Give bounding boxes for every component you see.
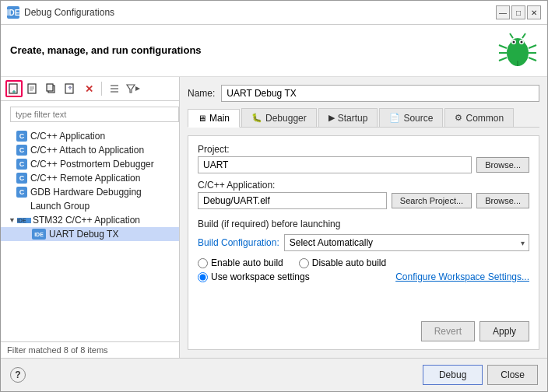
tree-label: C/C++ Remote Application <box>30 173 140 184</box>
tree-label: GDB Hardware Debugging <box>30 187 142 198</box>
minimize-button[interactable]: — <box>496 5 510 19</box>
filter-input[interactable] <box>10 107 179 122</box>
left-panel: ✕ C C/C++ Application <box>1 77 180 358</box>
right-panel: Name: 🖥 Main 🐛 Debugger ▶ Startup <box>180 77 547 358</box>
badge-c-application: C <box>16 131 27 142</box>
radio-disable-label[interactable]: Disable auto build <box>299 257 386 268</box>
search-project-button[interactable]: Search Project... <box>392 193 472 208</box>
tab-main-label: Main <box>209 113 230 124</box>
app-browse-button[interactable]: Browse... <box>476 193 529 208</box>
title-bar: IDE Debug Configurations — □ ✕ <box>1 1 547 25</box>
badge-c-gdb: C <box>16 187 27 198</box>
svg-line-12 <box>510 33 513 38</box>
project-input[interactable] <box>198 156 472 173</box>
toolbar-separator <box>101 82 102 96</box>
help-button[interactable]: ? <box>10 367 26 383</box>
svg-line-11 <box>529 58 536 61</box>
collapse-chevron: ▼ <box>9 216 16 224</box>
footer-bar: ? Debug Close <box>1 358 547 391</box>
build-config-link[interactable]: Build Configuration: <box>198 237 279 248</box>
radio-enable[interactable] <box>198 258 208 268</box>
window-close-button[interactable]: ✕ <box>527 5 541 19</box>
project-browse-button[interactable]: Browse... <box>476 157 529 173</box>
tab-common[interactable]: ⚙ Common <box>444 108 514 127</box>
bottom-buttons: Revert Apply <box>198 321 529 341</box>
form-section: Project: Browse... C/C++ Application: Se… <box>188 135 539 350</box>
duplicate-button[interactable] <box>43 80 60 97</box>
tab-source[interactable]: 📄 Source <box>379 108 443 127</box>
name-input[interactable] <box>221 85 539 102</box>
svg-line-8 <box>499 58 507 61</box>
tab-common-label: Common <box>465 113 504 124</box>
tree-item-stm32[interactable]: ▼ IDE STM32 C/C++ Application <box>1 213 179 227</box>
app-field: C/C++ Application: Search Project... Bro… <box>198 180 529 209</box>
badge-c-remote: C <box>16 173 27 184</box>
badge-c-attach: C <box>16 145 27 156</box>
maximize-button[interactable]: □ <box>511 5 525 19</box>
configure-workspace-link[interactable]: Configure Workspace Settings... <box>395 271 529 282</box>
radio-workspace-label[interactable]: Use workspace settings <box>198 271 310 282</box>
radio-disable[interactable] <box>299 258 309 268</box>
badge-ide-uart: IDE <box>32 229 46 240</box>
apply-button[interactable]: Apply <box>480 321 529 341</box>
app-row: Search Project... Browse... <box>198 192 529 209</box>
tree-item-launch-group[interactable]: Launch Group <box>1 199 179 213</box>
tab-debugger[interactable]: 🐛 Debugger <box>241 108 317 127</box>
export-button[interactable] <box>61 80 79 97</box>
new-config-type-button[interactable] <box>24 80 41 97</box>
svg-rect-24 <box>65 84 73 93</box>
workspace-row: Use workspace settings Configure Workspa… <box>198 271 529 282</box>
svg-marker-29 <box>127 85 135 93</box>
tree-label: STM32 C/C++ Application <box>33 215 140 226</box>
radio-enable-label[interactable]: Enable auto build <box>198 257 283 268</box>
revert-button[interactable]: Revert <box>421 321 475 341</box>
build-config-select[interactable]: Select Automatically Debug Release <box>284 234 529 251</box>
radio-workspace[interactable] <box>198 272 208 282</box>
footer-actions: Debug Close <box>423 365 538 385</box>
svg-line-9 <box>529 45 536 48</box>
tree-label: C/C++ Attach to Application <box>30 145 144 156</box>
tree-item-uart-debug[interactable]: IDE UART Debug TX <box>1 227 179 241</box>
filter-button[interactable] <box>125 80 142 97</box>
tabs-row: 🖥 Main 🐛 Debugger ▶ Startup 📄 Source ⚙ <box>188 108 539 128</box>
badge-ide-stm32: IDE <box>17 218 31 223</box>
close-button[interactable]: Close <box>487 365 538 385</box>
filter-status: Filter matched 8 of 8 items <box>1 341 179 358</box>
svg-rect-23 <box>47 84 53 91</box>
tab-startup[interactable]: ▶ Startup <box>318 108 378 127</box>
svg-point-5 <box>521 41 523 44</box>
svg-line-6 <box>499 45 507 48</box>
debug-button[interactable]: Debug <box>423 365 483 385</box>
bug-icon <box>497 30 538 70</box>
tree-item-gdb-hardware[interactable]: C GDB Hardware Debugging <box>1 185 179 199</box>
title-bar-left: IDE Debug Configurations <box>7 6 114 19</box>
badge-c-postmortem: C <box>16 159 27 170</box>
tree-item-cpp-attach[interactable]: C C/C++ Attach to Application <box>1 143 179 157</box>
build-config-dropdown-wrapper: Select Automatically Debug Release ▾ <box>284 234 529 251</box>
filter-container <box>1 101 179 128</box>
collapse-button[interactable] <box>106 80 123 97</box>
tab-debugger-label: Debugger <box>265 113 307 124</box>
tree-item-cpp-application[interactable]: C C/C++ Application <box>1 129 179 143</box>
build-config-row: Build Configuration: Select Automaticall… <box>198 234 529 251</box>
tab-main[interactable]: 🖥 Main <box>188 109 240 128</box>
source-tab-icon: 📄 <box>389 113 400 123</box>
tree-item-cpp-remote[interactable]: C C/C++ Remote Application <box>1 171 179 185</box>
app-input[interactable] <box>198 192 387 209</box>
tree-item-cpp-postmortem[interactable]: C C/C++ Postmortem Debugger <box>1 157 179 171</box>
app-label: C/C++ Application: <box>198 180 529 191</box>
tree-label: C/C++ Application <box>30 131 105 142</box>
name-label: Name: <box>188 88 215 99</box>
debug-configurations-window: IDE Debug Configurations — □ ✕ Create, m… <box>0 0 548 392</box>
window-icon: IDE <box>7 6 19 19</box>
radio-disable-text: Disable auto build <box>312 257 386 268</box>
build-section-label: Build (if required) before launching <box>198 219 529 229</box>
project-field: Project: Browse... <box>198 144 529 173</box>
delete-button[interactable]: ✕ <box>80 80 97 97</box>
window-title: Debug Configurations <box>24 7 114 18</box>
startup-tab-icon: ▶ <box>328 113 335 123</box>
svg-point-4 <box>513 41 515 44</box>
spacer <box>198 289 529 309</box>
new-config-button[interactable] <box>5 80 23 97</box>
title-bar-controls: — □ ✕ <box>496 5 541 19</box>
